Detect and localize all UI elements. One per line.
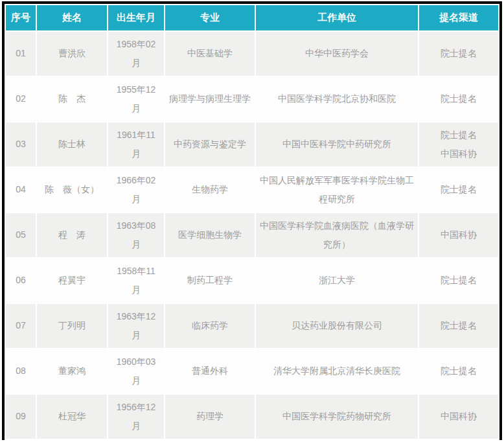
cell-name: 程 涛 (37, 213, 107, 257)
cell-channel: 院士提名 (419, 77, 498, 121)
cell-name: 陈 薇（女） (37, 168, 107, 212)
col-header-birth: 出生年月 (108, 5, 164, 30)
cell-index: 09 (6, 395, 36, 439)
table-row: 03 陈士林 1961年11 月 中药资源与鉴定学 中国中医科学院中药研究所 院… (6, 122, 498, 167)
cell-name: 曹洪欣 (37, 32, 107, 76)
cell-name: 陈 杰 (37, 77, 107, 121)
cell-index: 02 (6, 77, 36, 121)
table-row: 04 陈 薇（女） 1966年02 月 生物药学 中国人民解放军军事医学科学院生… (6, 168, 498, 212)
col-header-workunit: 工作单位 (256, 5, 418, 30)
cell-channel: 中国科协 (419, 395, 498, 439)
cell-index: 08 (6, 349, 36, 393)
cell-name: 丁列明 (37, 304, 107, 348)
cell-channel: 院士提名 (419, 168, 498, 212)
cell-channel: 院士提名 (419, 304, 498, 348)
table-frame: 序号 姓名 出生年月 专业 工作单位 提名渠道 01 曹洪欣 1958年02 月… (2, 1, 502, 440)
cell-name: 陈士林 (37, 122, 107, 167)
cell-workunit: 中国中医科学院中药研究所 (256, 122, 418, 167)
table-row: 01 曹洪欣 1958年02 月 中医基础学 中华中医药学会 院士提名 (6, 32, 498, 76)
table-row: 02 陈 杰 1955年12 月 病理学与病理生理学 中国医学科学院北京协和医院… (6, 77, 498, 121)
cell-name: 董家鸿 (37, 349, 107, 393)
cell-index: 03 (6, 122, 36, 167)
cell-name: 杜冠华 (37, 395, 107, 439)
cell-workunit: 中国人民解放军军事医学科学院生物工 程研究所 (256, 168, 418, 212)
cell-workunit: 浙江大学 (256, 259, 418, 303)
table-row: 07 丁列明 1963年12 月 临床药学 贝达药业股份有限公司 院士提名 (6, 304, 498, 348)
cell-channel: 院士提名 (419, 259, 498, 303)
cell-birth: 1958年02 月 (108, 32, 164, 76)
cell-name: 程翼宇 (37, 259, 107, 303)
cell-index: 04 (6, 168, 36, 212)
cell-workunit: 中华中医药学会 (256, 32, 418, 76)
cell-channel: 中国科协 (419, 213, 498, 257)
cell-birth: 1955年12 月 (108, 77, 164, 121)
cell-birth: 1963年12 月 (108, 304, 164, 348)
cell-major: 病理学与病理生理学 (165, 77, 255, 121)
cell-major: 中药资源与鉴定学 (165, 122, 255, 167)
cell-birth: 1966年02 月 (108, 168, 164, 212)
cell-major: 中医基础学 (165, 32, 255, 76)
cell-index: 06 (6, 259, 36, 303)
cell-birth: 1960年03 月 (108, 349, 164, 393)
cell-major: 医学细胞生物学 (165, 213, 255, 257)
col-header-channel: 提名渠道 (419, 5, 498, 30)
cell-workunit: 清华大学附属北京清华长庚医院 (256, 349, 418, 393)
cell-birth: 1958年11 月 (108, 259, 164, 303)
nominees-table: 序号 姓名 出生年月 专业 工作单位 提名渠道 01 曹洪欣 1958年02 月… (5, 4, 499, 440)
table-row: 06 程翼宇 1958年11 月 制药工程学 浙江大学 院士提名 (6, 259, 498, 303)
table-row: 05 程 涛 1963年08 月 医学细胞生物学 中国医学科学院血液病医院（血液… (6, 213, 498, 257)
cell-major: 普通外科 (165, 349, 255, 393)
cell-index: 07 (6, 304, 36, 348)
cell-workunit: 中国医学科学院北京协和医院 (256, 77, 418, 121)
table-header-row: 序号 姓名 出生年月 专业 工作单位 提名渠道 (6, 5, 498, 30)
cell-birth: 1961年11 月 (108, 122, 164, 167)
cell-birth: 1956年12 月 (108, 395, 164, 439)
cell-major: 药理学 (165, 395, 255, 439)
cell-workunit: 中国医学科学院药物研究所 (256, 395, 418, 439)
cell-major: 生物药学 (165, 168, 255, 212)
table-row: 09 杜冠华 1956年12 月 药理学 中国医学科学院药物研究所 中国科协 (6, 395, 498, 439)
cell-channel: 院士提名 (419, 32, 498, 76)
cell-major: 临床药学 (165, 304, 255, 348)
table-row: 08 董家鸿 1960年03 月 普通外科 清华大学附属北京清华长庚医院 院士提… (6, 349, 498, 393)
col-header-index: 序号 (6, 5, 36, 30)
cell-channel: 院士提名 中国科协 (419, 122, 498, 167)
cell-index: 05 (6, 213, 36, 257)
cell-major: 制药工程学 (165, 259, 255, 303)
cell-birth: 1963年08 月 (108, 213, 164, 257)
cell-channel: 院士提名 (419, 349, 498, 393)
col-header-name: 姓名 (37, 5, 107, 30)
page: 序号 姓名 出生年月 专业 工作单位 提名渠道 01 曹洪欣 1958年02 月… (0, 0, 504, 442)
cell-workunit: 中国医学科学院血液病医院（血液学研 究所） (256, 213, 418, 257)
cell-workunit: 贝达药业股份有限公司 (256, 304, 418, 348)
col-header-major: 专业 (165, 5, 255, 30)
cell-index: 01 (6, 32, 36, 76)
